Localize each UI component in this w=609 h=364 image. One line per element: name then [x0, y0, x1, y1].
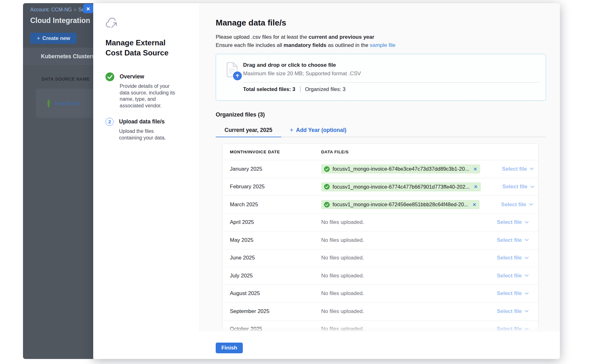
month-label: January 2025: [230, 166, 321, 172]
table-row: July 2025 No files uploaded. Select file: [223, 267, 538, 285]
select-file-dropdown[interactable]: Select file: [497, 255, 529, 261]
empty-text: No files uploaded.: [321, 237, 364, 243]
data-source-link[interactable]: test-jbisht: [55, 100, 80, 106]
breadcrumb: Account: CCM-NG>Set: [30, 7, 86, 13]
wizard-title: Manage External Cost Data Source: [105, 38, 178, 58]
file-chip: focusv1_mongo-invoice-672456ee851bbb28c6…: [321, 200, 480, 209]
empty-text: No files uploaded.: [321, 308, 364, 314]
file-name: focusv1_mongo-invoice-672456ee851bbb28c6…: [333, 202, 468, 208]
cloud-upload-icon: [105, 17, 120, 29]
step-complete-check-icon: [105, 72, 114, 81]
month-label: February 2025: [230, 184, 321, 190]
select-file-dropdown[interactable]: Select file: [497, 290, 529, 297]
step-overview[interactable]: Overview Provide details of your data so…: [105, 72, 190, 109]
check-icon: [324, 184, 330, 190]
table-row: March 2025 focusv1_mongo-invoice-672456e…: [223, 196, 538, 214]
select-file-label: Select file: [497, 219, 522, 225]
select-file-dropdown[interactable]: Select file: [497, 273, 529, 279]
background-page: Account: CCM-NG>Set Cloud Integration + …: [23, 3, 93, 359]
wizard-panel: Manage External Cost Data Source Overvie…: [93, 3, 199, 359]
chevron-down-icon: [525, 221, 529, 224]
month-label: July 2025: [230, 273, 321, 279]
table-row: September 2025 No files uploaded. Select…: [223, 303, 538, 321]
step-number-badge: 2: [105, 118, 114, 126]
chevron-down-icon: [525, 239, 529, 242]
chevron-down-icon: [525, 328, 529, 331]
month-label: May 2025: [230, 237, 321, 243]
create-new-button[interactable]: + Create new: [30, 33, 77, 44]
dropzone-title: Drag and drop or click to choose file: [243, 62, 336, 68]
select-file-dropdown[interactable]: Select file: [501, 202, 533, 208]
month-label: June 2025: [230, 255, 321, 261]
tab-kubernetes-label: Kubernetes Clusters: [41, 53, 93, 60]
file-name: focusv1_mongo-invoice-674be3ce47c73d37dd…: [333, 166, 469, 172]
page-title: Cloud Integration: [30, 16, 90, 25]
select-file-label: Select file: [497, 237, 522, 243]
select-file-dropdown[interactable]: Select file: [503, 184, 534, 190]
select-file-dropdown[interactable]: Select file: [497, 219, 529, 225]
upload-arrow-icon: [232, 71, 242, 81]
tab-kubernetes-clusters[interactable]: Kubernetes Clusters: [23, 48, 93, 65]
screen: Account: CCM-NG>Set Cloud Integration + …: [0, 0, 609, 364]
manage-data-source-modal: Manage External Cost Data Source Overvie…: [93, 3, 560, 359]
table-header-row: MONTH/INVOICE DATE DATA FILE/S: [223, 144, 538, 160]
empty-text: No files uploaded.: [321, 273, 364, 279]
select-file-dropdown[interactable]: Select file: [497, 237, 529, 243]
organized-files-count: Organized files: 3: [305, 86, 345, 92]
column-header-data-file: DATA FILE/S: [321, 150, 475, 154]
breadcrumb-separator: >: [74, 7, 76, 12]
table-body: January 2025 focusv1_mongo-invoice-674be…: [223, 160, 538, 332]
month-label: April 2025: [230, 219, 321, 225]
table-row: October 2025 No files uploaded. Select f…: [223, 321, 538, 333]
finish-button[interactable]: Finish: [216, 343, 243, 353]
select-file-label: Select file: [497, 255, 522, 261]
organized-files-heading: Organized files (3): [216, 111, 560, 118]
step-upload-label: Upload data file/s: [119, 118, 175, 125]
remove-file-icon[interactable]: ×: [474, 166, 477, 172]
select-file-label: Select file: [497, 290, 522, 297]
modal-content: Manage data file/s Please upload .csv fi…: [199, 3, 560, 359]
check-icon: [324, 202, 330, 208]
tab-current-year[interactable]: Current year, 2025: [216, 124, 281, 137]
remove-file-icon[interactable]: ×: [473, 202, 476, 208]
divider: [243, 82, 540, 82]
year-tabs: Current year, 2025 + Add Year (optional): [216, 124, 546, 137]
mongodb-leaf-icon: [46, 99, 51, 108]
remove-file-icon[interactable]: ×: [474, 184, 477, 190]
month-label: March 2025: [230, 202, 321, 208]
empty-text: No files uploaded.: [321, 290, 364, 296]
divider: [300, 86, 300, 92]
month-label: September 2025: [230, 308, 321, 315]
file-dropzone[interactable]: Drag and drop or click to choose file Ma…: [216, 54, 546, 101]
table-row: June 2025 No files uploaded. Select file: [223, 249, 538, 267]
select-file-label: Select file: [503, 184, 527, 190]
select-file-dropdown[interactable]: Select file: [502, 166, 534, 172]
add-year-label: Add Year (optional): [296, 127, 346, 134]
organized-files-table: MONTH/INVOICE DATE DATA FILE/S January 2…: [222, 143, 538, 332]
select-file-dropdown[interactable]: Select file: [497, 308, 529, 315]
sample-file-link[interactable]: sample file: [370, 42, 396, 48]
select-file-label: Select file: [502, 166, 527, 172]
close-button[interactable]: ×: [83, 4, 93, 13]
intro-line2: Ensure each file includes all: [216, 42, 283, 48]
empty-text: No files uploaded.: [321, 326, 364, 332]
step-overview-label: Overview: [120, 73, 176, 80]
chevron-down-icon: [525, 310, 529, 313]
step-upload-data[interactable]: 2 Upload data file/s Upload the files co…: [105, 117, 190, 141]
file-chip: focusv1_mongo-invoice-674be3ce47c73d37dd…: [321, 164, 480, 173]
check-icon: [324, 166, 330, 172]
table-row: January 2025 focusv1_mongo-invoice-674be…: [223, 160, 538, 178]
intro-line1: Please upload .csv files for at least th…: [216, 34, 309, 40]
empty-text: No files uploaded.: [321, 219, 364, 225]
chevron-down-icon: [529, 203, 533, 206]
table-row: April 2025 No files uploaded. Select fil…: [223, 214, 538, 232]
chevron-down-icon: [525, 257, 529, 259]
modal-heading: Manage data file/s: [216, 18, 560, 27]
data-source-row[interactable]: test-jbisht: [36, 89, 93, 118]
table-row: May 2025 No files uploaded. Select file: [223, 231, 538, 249]
breadcrumb-account-link[interactable]: Account: CCM-NG: [30, 7, 72, 12]
plus-icon: +: [37, 35, 40, 42]
dropzone-subtitle: Maximum file size 20 MB; Supported forma…: [243, 71, 361, 77]
select-file-label: Select file: [497, 273, 522, 279]
add-year-button[interactable]: + Add Year (optional): [288, 124, 348, 137]
